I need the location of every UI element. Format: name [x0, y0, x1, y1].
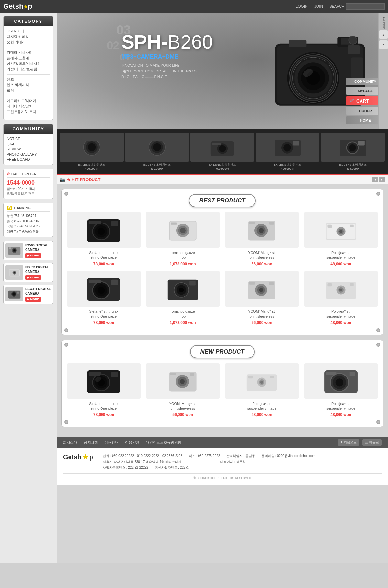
strip-item-2[interactable]: EX LENS 초망원렌즈 450,000원: [125, 133, 189, 171]
svg-point-62: [180, 228, 186, 233]
footer-nav-privacy[interactable]: 개인정보보호규범방침: [146, 440, 181, 445]
search-label: SEARCH: [329, 5, 344, 8]
best-product-name-6: romantic gauzeTop: [146, 309, 220, 319]
footer-nav-guide[interactable]: 이용안내: [104, 440, 119, 445]
favorites-label: ★즐겨찾기: [382, 15, 385, 27]
footer-nav-notice[interactable]: 공지사항: [84, 440, 98, 445]
cat-flash[interactable]: 플래시/노출계: [7, 55, 50, 61]
strip-img-1: [60, 133, 124, 162]
ad-pixz3: PIX Z3 DIGITAL CAMERA ▶ MORE: [3, 263, 53, 282]
best-product-name-3: YOOM' Mang* st.print sleeveless: [225, 250, 299, 260]
join-link[interactable]: JOIN: [314, 4, 323, 9]
cat-lens[interactable]: 렌즈: [7, 77, 50, 82]
community-links: NOTICE Q&A REVIEW PHOTO GALLARY FREE BOA…: [4, 134, 53, 165]
svg-rect-75: [327, 225, 332, 228]
panel-down-btn[interactable]: ▼: [379, 40, 388, 49]
search-input[interactable]: [346, 3, 385, 10]
best-product-img-7: [225, 271, 299, 307]
cat-filter[interactable]: 필터: [7, 88, 50, 93]
new-product-name-4: Polo jea* st.suspender vintage: [304, 401, 378, 411]
footer-nav-left: 회사소개 공지사항 이용안내 이용약관 개인정보보호규범방침: [63, 440, 181, 445]
cat-digital[interactable]: 디지털 카메라: [7, 34, 50, 39]
svg-rect-47: [293, 141, 299, 145]
cat-camera-acc[interactable]: 카메라 악세사리: [7, 50, 50, 55]
new-product-price-3: 48,000 won: [225, 412, 299, 417]
footer-menu-btn[interactable]: ☰ 메뉴로: [362, 439, 382, 446]
new-product-3[interactable]: Polo jea* st.suspender vintage 48,000 wo…: [225, 363, 299, 417]
best-product-3[interactable]: YOOM' Mang* st.print sleeveless 56,000 w…: [225, 212, 299, 266]
community-review[interactable]: REVIEW: [7, 147, 50, 152]
panel-up-btn[interactable]: ▲: [379, 30, 388, 39]
svg-rect-76: [350, 225, 353, 227]
footer-nav-terms[interactable]: 이용약관: [125, 440, 139, 445]
category-box: CATEGORY DSLR 카메라 디지털 카메라 중형 카메라 카메라 악세사…: [3, 16, 53, 120]
ad-pixz3-more[interactable]: ▶ MORE: [25, 275, 41, 280]
footer-logo: Getsh★p: [63, 453, 93, 461]
best-product-price-1: 78,000 won: [67, 262, 141, 266]
hit-next-btn[interactable]: ►: [379, 177, 385, 182]
strip-price-5: 450,000원: [321, 167, 385, 171]
cat-print[interactable]: 프린트용지/아트지: [7, 109, 50, 114]
best-product-2[interactable]: romantic gauzeTop 1,078,000 won: [146, 212, 220, 266]
best-product-8[interactable]: Polo jea* st.suspender vintage 48,000 wo…: [304, 271, 378, 325]
strip-price-3: 450,000원: [190, 167, 254, 171]
cat-dslr[interactable]: DSLR 카메라: [7, 28, 50, 34]
community-title: COMMUNITY: [4, 124, 53, 134]
new-section-badge: NEW PRODUCT: [190, 345, 255, 358]
footer-nav-right: ⬆ 처음으로 ☰ 메뉴로: [338, 439, 382, 446]
best-product-6[interactable]: romantic gauzeTop 1,078,000 won: [146, 271, 220, 325]
header-nav: LOGIN JOIN SEARCH: [296, 3, 385, 10]
best-product-4[interactable]: Polo jea* st.suspender vintage 48,000 wo…: [304, 212, 378, 266]
community-qa[interactable]: Q&A: [7, 141, 50, 147]
hero-model: SPH-B260: [121, 32, 213, 52]
footer-details: 전화 : 080-022-22222、010-2222-2222、02-2586…: [103, 453, 382, 471]
cat-tripod[interactable]: 삼각대/헤드/악세사리: [7, 61, 50, 66]
new-product-img-3: [225, 363, 299, 399]
cat-storage[interactable]: 데이터 저장장치: [7, 103, 50, 109]
ad-dsch1-more[interactable]: ▶ MORE: [25, 297, 41, 302]
new-product-1[interactable]: Stefane* st. thoraxstring One-piece 78,0…: [67, 363, 141, 417]
strip-item-5[interactable]: EX LENS 초망원렌즈 450,000원: [321, 133, 385, 171]
cat-bag[interactable]: 가방/케이스/보관함: [7, 66, 50, 72]
hit-prev-btn[interactable]: ◄: [372, 177, 378, 182]
new-product-img-1: [67, 363, 141, 399]
svg-point-34: [88, 143, 96, 151]
best-product-5[interactable]: Stefane* st. thoraxstring One-piece 78,0…: [67, 271, 141, 325]
ad-pixz3-img: [5, 265, 23, 280]
best-product-row1: Stefane* st. thoraxstring One-piece 78,0…: [67, 212, 378, 266]
svg-rect-124: [349, 372, 355, 376]
category-title: CATEGORY: [4, 16, 53, 26]
best-product-name-5: Stefane* st. thoraxstring One-piece: [67, 309, 141, 319]
ad-e9560: E9560 DIGITAL CAMERA ▶ MORE: [3, 241, 53, 260]
svg-point-3: [14, 249, 16, 251]
svg-rect-104: [89, 372, 101, 376]
site-logo[interactable]: Getsh★p: [3, 2, 32, 11]
new-product-4[interactable]: Polo jea* st.suspender vintage 48,000 wo…: [304, 363, 378, 417]
best-product-1[interactable]: Stefane* st. thoraxstring One-piece 78,0…: [67, 212, 141, 266]
new-product-2[interactable]: YOOM' Mang* st.print sleeveless 56,000 w…: [146, 363, 220, 417]
screw-br-2: [376, 420, 380, 424]
community-free[interactable]: FREE BOARD: [7, 157, 50, 162]
cat-medium[interactable]: 중형 카메라: [7, 39, 50, 45]
cat-memory[interactable]: 메모리카드/리더기: [7, 98, 50, 103]
best-product-price-5: 78,000 won: [67, 321, 141, 325]
footer-nav-about[interactable]: 회사소개: [63, 440, 77, 445]
hero-sub: MP3+CAMERA+DMB: [121, 53, 213, 60]
login-link[interactable]: LOGIN: [296, 4, 307, 9]
community-gallery[interactable]: PHOTO GALLARY: [7, 152, 50, 157]
cat-lens-acc[interactable]: 렌즈 악세사리: [7, 82, 50, 88]
svg-rect-123: [326, 372, 337, 375]
logo-star: ★: [23, 4, 28, 10]
ad-e9560-more[interactable]: ▶ MORE: [25, 253, 41, 258]
svg-rect-92: [249, 282, 255, 284]
strip-item-1[interactable]: EX LENS 초망원렌즈 450,000원: [60, 133, 124, 171]
new-product-img-4: [304, 363, 378, 399]
footer-top-btn[interactable]: ⬆ 처음으로: [338, 439, 359, 446]
strip-item-4[interactable]: EX LENS 초망원렌즈 450,000원: [256, 133, 319, 171]
strip-label-5: EX LENS 초망원렌즈: [321, 163, 385, 167]
strip-label-1: EX LENS 초망원렌즈: [60, 163, 124, 167]
best-product-7[interactable]: YOOM' Mang* st.print sleeveless 56,000 w…: [225, 271, 299, 325]
strip-item-3[interactable]: EX LENS 초망원렌즈 450,000원: [190, 133, 254, 171]
sidebar: CATEGORY DSLR 카메라 디지털 카메라 중형 카메라 카메라 악세사…: [0, 13, 57, 563]
community-notice[interactable]: NOTICE: [7, 136, 50, 141]
